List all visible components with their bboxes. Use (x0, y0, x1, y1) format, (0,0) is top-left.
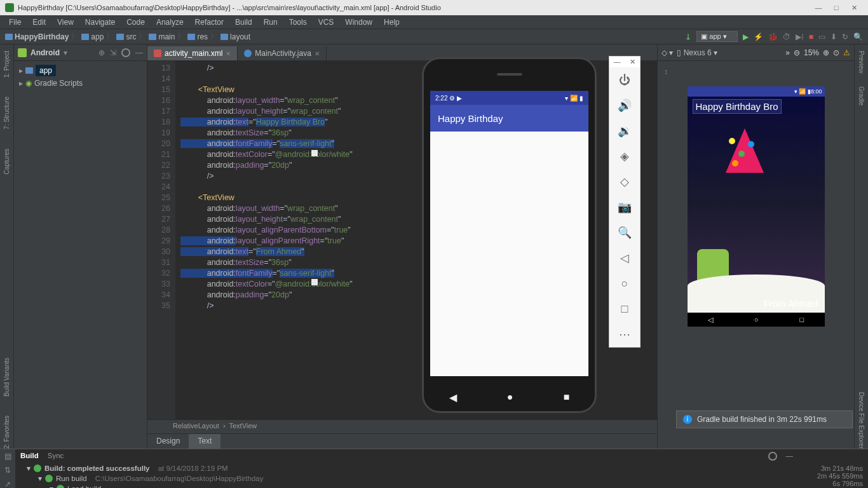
menu-edit[interactable]: Edit (27, 17, 51, 28)
build-export-icon[interactable]: ↗ (4, 480, 11, 488)
crumb-main[interactable]: main (149, 32, 175, 41)
project-tool-window: Android ▾ ⊕ ⇲ — ▸app ▸◉Gradle Scripts (14, 44, 147, 449)
emu-overview-icon[interactable]: □ (609, 296, 640, 322)
crumb-app[interactable]: app (81, 32, 104, 41)
power-icon[interactable]: ⏻ (609, 67, 640, 93)
crumb-layout[interactable]: layout (220, 32, 250, 41)
rail-preview[interactable]: Preview (858, 51, 865, 74)
rail-structure[interactable]: 7: Structure (3, 97, 10, 130)
prev-config-icon[interactable]: » (785, 48, 790, 57)
app-logo-icon (5, 3, 14, 12)
apply-changes-button[interactable]: ⚡ (754, 32, 763, 41)
menu-code[interactable]: Code (121, 17, 150, 28)
project-view-dropdown[interactable]: Android (31, 48, 60, 57)
emulator-close-icon[interactable]: ✕ (625, 57, 640, 67)
build-toggle-icon[interactable]: ⇅ (4, 466, 11, 475)
device-dropdown[interactable]: ▯ Nexus 6 ▾ (677, 48, 717, 57)
recents-icon[interactable]: ■ (564, 391, 570, 403)
volume-down-icon[interactable]: 🔉 (609, 118, 640, 144)
search-button[interactable]: 🔍 (853, 32, 863, 41)
preview-canvas[interactable]: ↕ ▾ 📶 ▮ 8:00 Happy Birthday Bro From Ahm… (658, 61, 854, 449)
zoom-fit-icon[interactable]: ⊙ (833, 48, 839, 57)
collapse-all-icon[interactable]: ⇲ (110, 48, 116, 57)
run-button[interactable]: ▶ (743, 32, 749, 41)
android-emulator[interactable]: 2:22 ⚙ ▶▾ 📶 ▮ Happy Birthday ◀ ● ■ (422, 57, 597, 413)
back-icon[interactable]: ◀ (449, 391, 457, 403)
crumb-res[interactable]: res (187, 32, 208, 41)
menu-analyze[interactable]: Analyze (151, 17, 189, 28)
attach-button[interactable]: ▶⁞ (796, 32, 804, 41)
hide-icon[interactable]: — (135, 48, 143, 57)
rail-project[interactable]: 1: Project (3, 51, 10, 78)
minimize-button[interactable]: — (810, 4, 827, 11)
build-tab-sync[interactable]: Sync (48, 452, 64, 461)
emu-home-icon[interactable]: ○ (609, 271, 640, 296)
menu-tools[interactable]: Tools (284, 17, 312, 28)
tab-design[interactable]: Design (147, 434, 189, 449)
crumb-src[interactable]: src (116, 32, 136, 41)
hide-icon[interactable]: — (786, 452, 794, 461)
rail-device-explorer[interactable]: Device File Explorer (858, 392, 865, 449)
pan-icon[interactable]: ↕ (664, 67, 668, 76)
sdk-button[interactable]: ⬇ (831, 32, 837, 41)
xml-breadcrumb: RelativeLayout › TextView (147, 419, 657, 433)
settings-icon[interactable] (768, 452, 777, 461)
settings-icon[interactable] (121, 48, 130, 57)
close-tab-icon[interactable]: ✕ (226, 50, 231, 57)
close-button[interactable]: ✕ (845, 4, 863, 12)
run-config-dropdown[interactable]: ▣ app ▾ (696, 31, 737, 42)
debug-button[interactable]: 🐞 (768, 32, 778, 41)
project-tree[interactable]: ▸app ▸◉Gradle Scripts (14, 61, 147, 92)
menu-view[interactable]: View (52, 17, 79, 28)
profile-button[interactable]: ⏱ (783, 32, 790, 41)
sync-button[interactable]: ↻ (842, 32, 848, 41)
emulator-screen[interactable]: 2:22 ⚙ ▶▾ 📶 ▮ Happy Birthday (430, 91, 588, 376)
menu-vcs[interactable]: VCS (313, 17, 339, 28)
emu-back-icon[interactable]: ◁ (609, 245, 640, 271)
rail-build-variants[interactable]: Build Variants (3, 358, 10, 396)
rail-favorites[interactable]: 2: Favorites (3, 416, 10, 449)
rail-captures[interactable]: Captures (3, 149, 10, 175)
tab-main-activity[interactable]: MainActivity.java✕ (238, 46, 326, 60)
menu-navigate[interactable]: Navigate (80, 17, 120, 28)
stop-button[interactable]: ■ (809, 32, 813, 41)
emulator-minimize-icon[interactable]: — (609, 57, 625, 67)
tab-text[interactable]: Text (189, 434, 220, 449)
warning-icon[interactable]: ⚠ (843, 48, 850, 57)
rail-gradle[interactable]: Gradle (858, 86, 865, 105)
preview-text-1[interactable]: Happy Birthday Bro (693, 99, 782, 114)
notification-toast[interactable]: i Gradle build finished in 3m 22s 991ms (676, 410, 853, 428)
zoom-in-icon[interactable]: ⊕ (823, 48, 829, 57)
crumb-project[interactable]: HappyBirthday (5, 32, 69, 41)
make-button[interactable]: ⤓ (685, 32, 691, 41)
build-tab-build[interactable]: Build (20, 452, 39, 461)
zoom-out-icon[interactable]: ⊖ (794, 48, 800, 57)
tree-app[interactable]: app (36, 65, 56, 76)
menu-refactor[interactable]: Refactor (190, 17, 229, 28)
source-text[interactable]: /> <TextView android:layout_width="wrap_… (175, 61, 353, 419)
volume-up-icon[interactable]: 🔊 (609, 93, 640, 118)
more-icon[interactable]: ⋯ (609, 322, 640, 347)
maximize-button[interactable]: □ (827, 4, 845, 11)
build-filter-icon[interactable]: ▤ (4, 452, 11, 461)
left-tool-rail: 1: Project 7: Structure Captures Build V… (0, 44, 14, 449)
orientation-dropdown[interactable]: ◇ ▾ (661, 48, 673, 57)
screenshot-icon[interactable]: 📷 (609, 194, 640, 220)
menu-window[interactable]: Window (340, 17, 377, 28)
tree-gradle[interactable]: Gradle Scripts (34, 79, 83, 88)
right-tool-rail: Preview Gradle Device File Explorer (854, 44, 868, 449)
navigation-bar: HappyBirthday〉 app〉 src〉 main〉 res〉 layo… (0, 29, 868, 44)
home-icon[interactable]: ● (507, 391, 513, 403)
folder-icon (81, 34, 89, 40)
zoom-icon[interactable]: 🔍 (609, 220, 640, 245)
menu-run[interactable]: Run (259, 17, 283, 28)
rotate-right-icon[interactable]: ◇ (609, 169, 640, 194)
rotate-left-icon[interactable]: ◈ (609, 144, 640, 169)
avd-button[interactable]: ▭ (818, 32, 825, 41)
menu-help[interactable]: Help (379, 17, 405, 28)
scroll-from-source-icon[interactable]: ⊕ (98, 48, 105, 57)
close-tab-icon[interactable]: ✕ (315, 50, 320, 57)
menu-build[interactable]: Build (230, 17, 257, 28)
tab-activity-main[interactable]: activity_main.xml✕ (147, 46, 238, 60)
menu-file[interactable]: File (4, 17, 26, 28)
